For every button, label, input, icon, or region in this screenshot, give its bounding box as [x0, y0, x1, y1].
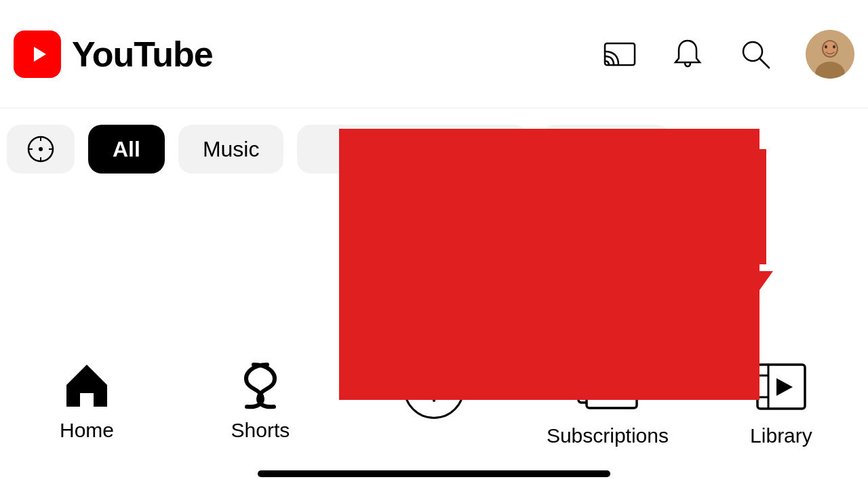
svg-marker-0: [34, 47, 46, 62]
header-icons: [602, 30, 854, 79]
home-indicator-bar: [258, 470, 610, 477]
search-icon[interactable]: [738, 37, 773, 72]
explore-chip[interactable]: [7, 125, 75, 174]
svg-line-3: [760, 58, 769, 68]
chip-interior-design[interactable]: Interior design: [297, 125, 528, 174]
chip-all[interactable]: All: [88, 125, 165, 174]
chip-music[interactable]: Music: [178, 125, 284, 174]
nav-create[interactable]: [373, 358, 495, 419]
youtube-logo-icon[interactable]: [14, 30, 61, 78]
user-avatar[interactable]: [806, 30, 854, 79]
bottom-nav: Home Shorts: [0, 344, 868, 447]
notification-icon[interactable]: [670, 37, 705, 72]
shorts-icon: [233, 358, 288, 412]
home-label: Home: [60, 419, 114, 442]
create-icon: [403, 358, 465, 419]
nav-subscriptions[interactable]: Subscriptions: [547, 358, 669, 447]
filter-bar: All Music Interior design Podca...: [0, 108, 868, 190]
chip-podcasts[interactable]: Podca...: [541, 125, 669, 174]
subscriptions-icon: [577, 358, 638, 418]
home-icon: [60, 358, 114, 412]
subscriptions-label: Subscriptions: [547, 424, 669, 447]
svg-marker-31: [776, 378, 793, 396]
nav-home[interactable]: Home: [26, 358, 148, 442]
shorts-label: Shorts: [231, 419, 290, 442]
svg-point-9: [833, 45, 835, 48]
svg-rect-1: [605, 43, 635, 65]
library-icon: [751, 358, 812, 418]
youtube-logo-text: YouTube: [72, 34, 213, 75]
library-label: Library: [750, 424, 812, 447]
logo-area: YouTube: [14, 30, 213, 78]
nav-library[interactable]: Library: [720, 358, 842, 447]
svg-point-11: [39, 147, 43, 151]
nav-shorts[interactable]: Shorts: [199, 358, 321, 442]
header: YouTube: [0, 0, 868, 108]
svg-marker-17: [529, 163, 773, 366]
cast-icon[interactable]: [602, 37, 637, 72]
svg-point-8: [825, 45, 827, 48]
